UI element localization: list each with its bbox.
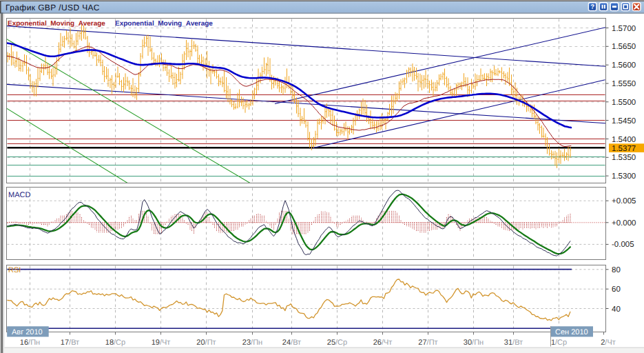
svg-text:Авг 2010: Авг 2010	[12, 328, 43, 336]
svg-text:1.5377: 1.5377	[612, 145, 636, 153]
svg-text:1/Ср: 1/Ср	[551, 339, 567, 347]
svg-text:+0.000: +0.000	[612, 219, 636, 228]
svg-text:30/Пн: 30/Пн	[464, 339, 484, 347]
svg-text:1.5350: 1.5350	[612, 154, 636, 162]
svg-text:80: 80	[612, 266, 621, 274]
svg-text:19/Чт: 19/Чт	[152, 339, 171, 347]
svg-text:40: 40	[612, 305, 621, 314]
svg-text:24/Вт: 24/Вт	[282, 339, 301, 347]
svg-text:25/Ср: 25/Ср	[327, 339, 347, 347]
svg-text:1.5650: 1.5650	[612, 43, 636, 51]
svg-text:1.5300: 1.5300	[612, 172, 636, 181]
svg-text:1.5550: 1.5550	[612, 80, 636, 88]
svg-text:60: 60	[612, 285, 621, 294]
svg-text:MACD: MACD	[8, 191, 30, 199]
svg-text:-0.005: -0.005	[612, 241, 634, 249]
svg-text:Exponential_Moving_Average: Exponential_Moving_Average	[8, 20, 105, 28]
svg-text:23/Пн: 23/Пн	[242, 339, 262, 347]
svg-text:+0.005: +0.005	[612, 197, 636, 205]
svg-text:17/Вт: 17/Вт	[61, 339, 79, 347]
svg-text:16/Пн: 16/Пн	[20, 339, 40, 347]
svg-text:1.5500: 1.5500	[612, 99, 636, 107]
svg-text:1.5600: 1.5600	[612, 61, 636, 70]
svg-text:20/Пт: 20/Пт	[196, 339, 216, 347]
svg-text:RSI: RSI	[8, 266, 21, 274]
svg-text:График GBP /USD ЧАС: График GBP /USD ЧАС	[6, 3, 100, 12]
svg-text:1.5400: 1.5400	[612, 136, 636, 144]
svg-text:Exponential_Moving_Average: Exponential_Moving_Average	[115, 20, 213, 28]
svg-text:1.5700: 1.5700	[612, 25, 636, 33]
svg-text:Сен 2010: Сен 2010	[555, 328, 588, 336]
svg-text:1.5450: 1.5450	[612, 117, 636, 125]
svg-text:2/Чт: 2/Чт	[601, 339, 616, 347]
svg-text:27/Пт: 27/Пт	[418, 339, 437, 347]
svg-text:?: ?	[590, 3, 594, 11]
svg-text:31/Вт: 31/Вт	[504, 339, 523, 347]
svg-text:18/Ср: 18/Ср	[105, 339, 125, 347]
svg-text:26/Чт: 26/Чт	[373, 339, 393, 347]
